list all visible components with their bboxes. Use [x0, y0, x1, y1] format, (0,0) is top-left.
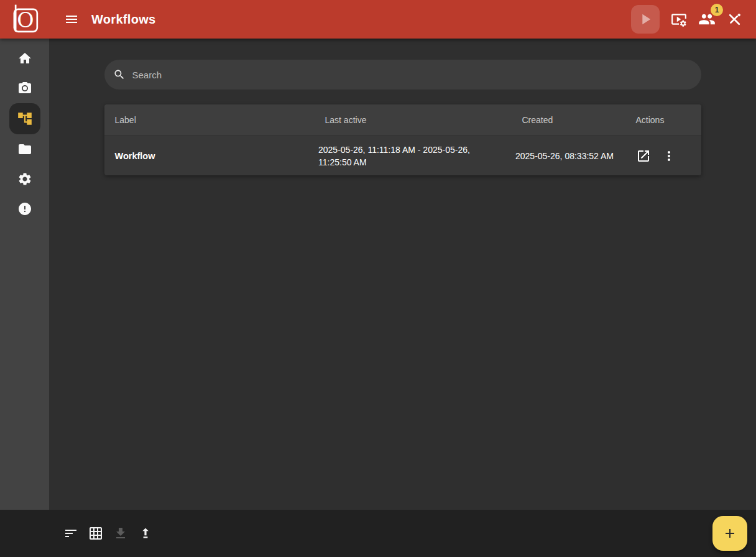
workflow-label: Workflow: [104, 151, 295, 161]
home-icon: [17, 51, 32, 66]
download-icon: [113, 526, 128, 541]
plus-icon: [722, 526, 737, 541]
settings-gear-icon: [17, 172, 32, 186]
sidebar-item-files[interactable]: [10, 134, 40, 164]
edit-off-button[interactable]: [727, 12, 742, 27]
upload-icon: [138, 526, 153, 541]
search-icon: [113, 68, 126, 81]
download-button[interactable]: [113, 526, 128, 541]
video-settings-button[interactable]: [671, 11, 687, 27]
sidebar-item-settings[interactable]: [10, 164, 40, 194]
page-title: Workflows: [91, 12, 155, 27]
upload-button[interactable]: [138, 526, 153, 541]
open-in-new-icon: [636, 149, 651, 163]
menu-button[interactable]: [64, 12, 79, 27]
video-settings-icon: [671, 11, 687, 27]
open-workflow-button[interactable]: [636, 149, 651, 163]
error-icon: [17, 201, 32, 216]
appbar-actions: 1: [631, 5, 756, 34]
search-bar: [104, 60, 701, 90]
workflows-table: Label Last active Created Actions Workfl…: [104, 104, 701, 175]
sort-button[interactable]: [63, 526, 78, 541]
notification-badge: 1: [711, 4, 723, 16]
table-header-row: Label Last active Created Actions: [104, 104, 701, 136]
sidebar-item-camera[interactable]: [10, 73, 40, 103]
camera-icon: [17, 81, 32, 96]
play-icon: [637, 11, 654, 28]
main-content: Label Last active Created Actions Workfl…: [49, 39, 756, 510]
users-button[interactable]: 1: [698, 11, 716, 28]
column-header-created: Created: [495, 115, 627, 125]
openuc2-logo-icon: O: [8, 2, 42, 36]
search-input[interactable]: [131, 69, 690, 81]
bottom-toolbar: [0, 510, 756, 557]
edit-off-icon: [727, 12, 742, 27]
sidebar-item-workflows[interactable]: [9, 103, 40, 134]
app-window: O Workflows: [0, 0, 756, 557]
grid-view-button[interactable]: [88, 526, 103, 541]
grid-view-icon: [88, 526, 103, 541]
workflow-last-active: 2025-05-26, 11:11:18 AM - 2025-05-26, 11…: [318, 144, 471, 168]
hamburger-menu-icon: [64, 12, 79, 27]
workflow-tree-icon: [17, 111, 33, 127]
sidebar-item-home[interactable]: [10, 44, 40, 73]
sidebar-item-alerts[interactable]: [10, 194, 40, 224]
sidebar: [0, 39, 49, 510]
row-more-button[interactable]: [662, 149, 676, 163]
column-header-actions: Actions: [627, 115, 701, 125]
app-body: Label Last active Created Actions Workfl…: [0, 39, 756, 510]
footer-tools: [63, 526, 153, 541]
workflow-created: 2025-05-26, 08:33:52 AM: [495, 151, 627, 161]
svg-text:O: O: [17, 8, 34, 32]
column-header-label: Label: [104, 115, 295, 125]
run-workflow-button[interactable]: [631, 5, 660, 34]
add-workflow-fab[interactable]: [712, 516, 747, 551]
app-bar: O Workflows: [0, 0, 756, 39]
row-actions: [627, 149, 701, 163]
sort-icon: [63, 526, 78, 541]
workflow-last-active-cell: 2025-05-26, 11:11:18 AM - 2025-05-26, 11…: [295, 144, 495, 168]
column-header-last-active: Last active: [295, 115, 495, 125]
folder-icon: [17, 142, 32, 157]
logo: O: [0, 0, 49, 39]
table-row[interactable]: Workflow 2025-05-26, 11:11:18 AM - 2025-…: [104, 136, 701, 175]
more-vert-icon: [662, 149, 676, 163]
